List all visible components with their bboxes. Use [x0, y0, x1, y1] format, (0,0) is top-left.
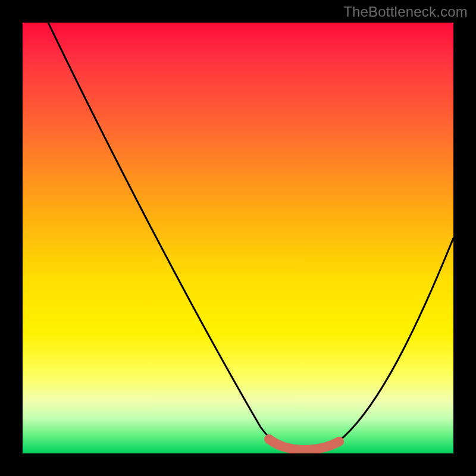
- main-curve: [48, 23, 453, 450]
- curve-layer: [23, 23, 453, 453]
- bottleneck-chart: TheBottleneck.com: [0, 0, 476, 476]
- plot-area: [23, 23, 453, 453]
- watermark-text: TheBottleneck.com: [343, 4, 468, 20]
- highlight-segment: [269, 439, 339, 450]
